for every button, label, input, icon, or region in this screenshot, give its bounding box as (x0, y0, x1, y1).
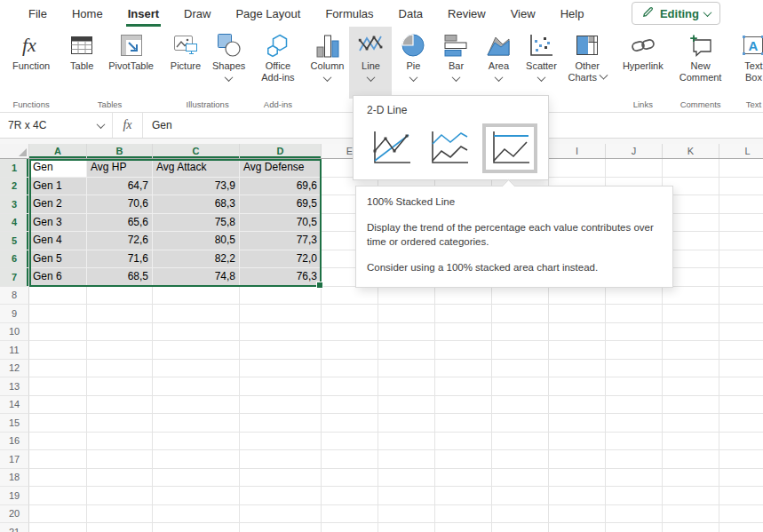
cell-B20[interactable] (87, 505, 153, 524)
hyperlink-button[interactable]: Hyperlink (617, 27, 669, 99)
cell-C9[interactable] (153, 305, 240, 323)
cell-H19[interactable] (492, 487, 549, 505)
column-header-l[interactable]: L (719, 144, 763, 158)
cell-A1[interactable]: Gen (29, 159, 87, 178)
cell-C5[interactable]: 80,5 (153, 232, 240, 250)
column-header-i[interactable]: I (549, 144, 606, 158)
cell-F14[interactable] (378, 396, 435, 415)
tab-draw[interactable]: Draw (182, 2, 212, 27)
cell-B16[interactable] (87, 433, 153, 451)
cell-F19[interactable] (378, 487, 435, 505)
cell-J8[interactable] (606, 287, 663, 306)
editing-mode-button[interactable]: Editing (632, 2, 720, 25)
cell-K1[interactable] (663, 159, 719, 178)
cell-G13[interactable] (435, 377, 492, 396)
column-header-c[interactable]: C (153, 144, 240, 158)
cell-B6[interactable]: 71,6 (87, 250, 153, 269)
cell-B21[interactable] (87, 523, 153, 532)
cell-D2[interactable]: 69,6 (240, 178, 322, 196)
cell-J14[interactable] (606, 396, 663, 415)
cell-L4[interactable] (719, 214, 763, 233)
cell-A13[interactable] (29, 377, 87, 396)
cell-J1[interactable] (606, 159, 663, 178)
cell-C20[interactable] (153, 505, 240, 524)
cell-G17[interactable] (435, 450, 492, 469)
cell-H11[interactable] (492, 341, 549, 360)
cell-K8[interactable] (663, 287, 719, 306)
cell-L18[interactable] (719, 469, 763, 488)
cell-I9[interactable] (549, 305, 606, 323)
cell-L19[interactable] (719, 487, 763, 505)
cell-A20[interactable] (29, 505, 87, 524)
cell-B11[interactable] (87, 341, 153, 360)
tab-page-layout[interactable]: Page Layout (234, 2, 302, 27)
cell-B9[interactable] (87, 305, 153, 323)
cell-I8[interactable] (549, 287, 606, 306)
cell-L17[interactable] (719, 450, 763, 469)
cell-D3[interactable]: 69,5 (240, 195, 322, 214)
cell-K14[interactable] (663, 396, 719, 415)
pie-button[interactable]: Pie (392, 27, 434, 99)
office-add-ins-button[interactable]: OfficeAdd-ins (256, 27, 299, 99)
cell-E9[interactable] (322, 305, 378, 323)
cell-C6[interactable]: 82,2 (153, 250, 240, 269)
cell-F8[interactable] (378, 287, 435, 306)
cell-A10[interactable] (29, 323, 87, 342)
cell-J17[interactable] (606, 450, 663, 469)
cell-F10[interactable] (378, 323, 435, 342)
cell-C21[interactable] (153, 523, 240, 532)
cell-A21[interactable] (29, 523, 87, 532)
cell-F21[interactable] (378, 523, 435, 532)
cell-L8[interactable] (719, 287, 763, 306)
row-header-1[interactable]: 1 (0, 159, 29, 178)
cell-C18[interactable] (153, 469, 240, 488)
cell-D14[interactable] (240, 396, 322, 415)
cell-B15[interactable] (87, 414, 153, 433)
row-header-19[interactable]: 19 (0, 487, 29, 505)
cell-E14[interactable] (322, 396, 378, 415)
cell-C10[interactable] (153, 323, 240, 342)
cell-G20[interactable] (435, 505, 492, 524)
cell-C12[interactable] (153, 360, 240, 378)
cell-K18[interactable] (663, 469, 719, 488)
cell-F17[interactable] (378, 450, 435, 469)
cell-B18[interactable] (87, 469, 153, 488)
cell-F15[interactable] (378, 414, 435, 433)
cell-H9[interactable] (492, 305, 549, 323)
line-button[interactable]: Line (349, 27, 392, 99)
cell-I14[interactable] (549, 396, 606, 415)
cell-F16[interactable] (378, 433, 435, 451)
cell-H15[interactable] (492, 414, 549, 433)
cell-L21[interactable] (719, 523, 763, 532)
cell-B4[interactable]: 65,6 (87, 214, 153, 233)
cell-D8[interactable] (240, 287, 322, 306)
cell-G8[interactable] (435, 287, 492, 306)
cell-B19[interactable] (87, 487, 153, 505)
row-header-21[interactable]: 21 (0, 523, 29, 532)
cell-B7[interactable]: 68,5 (87, 268, 153, 287)
cell-F18[interactable] (378, 469, 435, 488)
cell-H13[interactable] (492, 377, 549, 396)
cell-D13[interactable] (240, 377, 322, 396)
cell-E11[interactable] (322, 341, 378, 360)
cell-K12[interactable] (663, 360, 719, 378)
cell-K13[interactable] (663, 377, 719, 396)
cell-J21[interactable] (606, 523, 663, 532)
cell-J10[interactable] (606, 323, 663, 342)
cell-B2[interactable]: 64,7 (87, 178, 153, 196)
cell-A7[interactable]: Gen 6 (29, 268, 87, 287)
cell-J16[interactable] (606, 433, 663, 451)
cell-K21[interactable] (663, 523, 719, 532)
cell-B12[interactable] (87, 360, 153, 378)
cell-A5[interactable]: Gen 4 (29, 232, 87, 250)
cell-L20[interactable] (719, 505, 763, 524)
cell-E15[interactable] (322, 414, 378, 433)
cell-J18[interactable] (606, 469, 663, 488)
chart-option-100-stacked-line[interactable] (482, 123, 537, 173)
row-header-13[interactable]: 13 (0, 377, 29, 396)
cell-L16[interactable] (719, 433, 763, 451)
column-header-b[interactable]: B (87, 144, 153, 158)
cell-F11[interactable] (378, 341, 435, 360)
row-header-9[interactable]: 9 (0, 305, 29, 323)
cell-A15[interactable] (29, 414, 87, 433)
